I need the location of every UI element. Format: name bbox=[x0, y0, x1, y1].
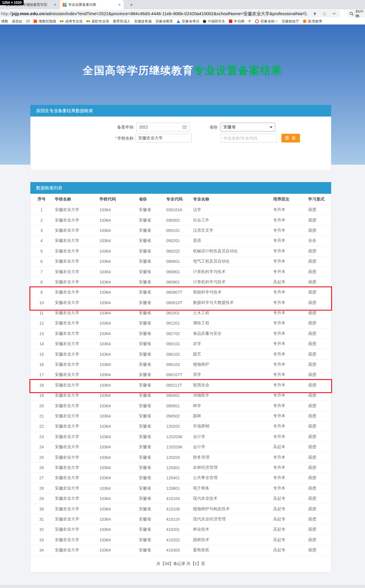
province-label: 省份: bbox=[160, 123, 219, 131]
bookmark-item[interactable]: 成考专业填 bbox=[60, 19, 83, 24]
table-cell: 电气工程及其自动化 bbox=[191, 256, 271, 266]
table-cell: 函授 bbox=[306, 225, 331, 235]
table-cell: 会计学 bbox=[191, 442, 271, 452]
column-header: 省份 bbox=[136, 194, 164, 205]
table-cell: 安徽农业大学 bbox=[52, 462, 97, 473]
table-cell: 专升本 bbox=[271, 432, 306, 442]
table-cell: 专升本 bbox=[271, 256, 306, 266]
table-row: 12安徽农业大学10364安徽省081201测绘工程专升本函授 bbox=[31, 318, 331, 328]
province-select[interactable]: 安徽省 bbox=[221, 123, 275, 131]
table-cell: 安徽省 bbox=[136, 380, 164, 390]
table-row: 17安徽农业大学10364安徽省090107T茶学专升本函授 bbox=[31, 370, 331, 380]
table-cell: 安徽农业大学 bbox=[52, 473, 97, 483]
bookmark-item[interactable]: 高职专业填 bbox=[86, 19, 109, 24]
table-cell: 农林经济管理 bbox=[191, 462, 271, 473]
table-cell: 081201 bbox=[164, 318, 191, 328]
bookmark-item[interactable]: 安徽省考试 bbox=[177, 19, 199, 24]
chevron-down-icon[interactable] bbox=[331, 11, 336, 16]
table-cell: 030101K bbox=[164, 205, 191, 215]
bookmark-item[interactable]: 国资处：20 bbox=[12, 19, 30, 24]
table-cell: 2 bbox=[31, 215, 52, 225]
table-cell: 090103 bbox=[164, 359, 191, 369]
table-cell: 函授 bbox=[306, 452, 331, 462]
table-cell: 土木工程 bbox=[191, 308, 271, 318]
bookmark-star-icon[interactable]: ☆ bbox=[322, 11, 327, 16]
table-cell: 安徽省 bbox=[136, 246, 164, 256]
table-cell: 安徽省 bbox=[136, 462, 164, 473]
table-cell: 动物医学 bbox=[191, 390, 271, 401]
school-name-input[interactable] bbox=[136, 134, 192, 142]
zoom-out-icon[interactable] bbox=[303, 11, 308, 16]
bookmark-item[interactable]: 安徽省统一 bbox=[255, 19, 278, 24]
table-cell: 安徽省 bbox=[136, 545, 164, 555]
table-cell: 082702 bbox=[164, 328, 191, 339]
bookmark-item[interactable]: 安徽政务服 bbox=[134, 19, 152, 24]
table-cell: 函授 bbox=[306, 246, 331, 256]
table-cell: 10364 bbox=[97, 256, 136, 266]
bookmark-item[interactable]: 安徽财政厅 bbox=[282, 19, 299, 24]
table-cell: 茶学 bbox=[191, 370, 271, 380]
table-cell: 10364 bbox=[97, 401, 136, 411]
table-cell: 19 bbox=[31, 390, 52, 401]
table-cell: 英语 bbox=[191, 236, 271, 246]
table-cell: 29 bbox=[31, 493, 52, 504]
bookmark-item[interactable]: 新浪微博 bbox=[303, 19, 322, 24]
search-button[interactable]: 搜 索 bbox=[281, 134, 300, 142]
table-cell: 函授 bbox=[306, 545, 331, 555]
table-cell: 专升本 bbox=[271, 225, 306, 235]
new-tab-button[interactable]: + bbox=[128, 1, 135, 9]
table-cell: 10364 bbox=[97, 277, 136, 287]
table-cell: 专升本 bbox=[271, 318, 306, 328]
table-row: 25安徽农业大学10364安徽省120204财务管理专升本函授 bbox=[31, 452, 331, 462]
table-cell: 410201 bbox=[164, 524, 191, 535]
close-icon[interactable]: × bbox=[54, 3, 56, 7]
quick-search-box[interactable]: 四川地 bbox=[347, 10, 365, 17]
column-header: 学校名称 bbox=[52, 194, 97, 205]
bookmark-item[interactable]: 继教院预报 bbox=[34, 19, 56, 24]
table-cell: 函授 bbox=[306, 267, 331, 277]
table-cell: 050101 bbox=[164, 225, 191, 235]
tab-major-filing-results[interactable]: 专业设置备案结果 × bbox=[60, 0, 124, 9]
table-cell: 安徽省 bbox=[136, 504, 164, 514]
table-cell: 函授 bbox=[306, 411, 331, 421]
table-row: 33安徽农业大学10364安徽省410202园林技术高起专函授 bbox=[31, 535, 331, 545]
table-cell: 050201 bbox=[164, 236, 191, 246]
major-name-input[interactable] bbox=[221, 134, 277, 142]
table-cell: 10364 bbox=[97, 328, 136, 339]
select-arrow-icon bbox=[270, 126, 273, 128]
table-cell: 10 bbox=[31, 297, 52, 308]
table-cell: 安徽农业大学 bbox=[52, 493, 97, 504]
table-cell: 函授 bbox=[306, 359, 331, 369]
table-cell: 10364 bbox=[97, 215, 136, 225]
table-row: 4安徽农业大学10364安徽省050201英语专升本业余 bbox=[31, 236, 331, 246]
table-cell: 专升本 bbox=[271, 339, 306, 349]
table-cell: 安徽省 bbox=[136, 349, 164, 359]
bookmark-item[interactable]: 安徽省教育 bbox=[155, 19, 173, 24]
page-content: 全国高等学历继续教育专业设置备案结果 拟招生专业备案结果数据检索 备案年份: 省… bbox=[0, 24, 365, 588]
addressbar-icons: ☆ bbox=[303, 11, 341, 16]
close-icon[interactable]: × bbox=[118, 3, 121, 7]
table-row: 9安徽农业大学10364安徽省080907T智能科学与技术专升本函授 bbox=[31, 287, 331, 297]
column-header: 学习形式 bbox=[306, 194, 331, 205]
table-cell: 4 bbox=[31, 236, 52, 246]
table-cell: 1 bbox=[31, 205, 52, 215]
bookmark-item[interactable]: 继教 bbox=[1, 19, 8, 24]
table-cell: 10364 bbox=[97, 452, 136, 462]
table-cell: 函授 bbox=[306, 504, 331, 514]
bookmark-item[interactable]: 学信网：中 bbox=[229, 19, 251, 24]
table-cell: 9 bbox=[31, 287, 52, 297]
table-cell: 专升本 bbox=[271, 380, 306, 390]
bookmark-item[interactable]: 中国研究生 bbox=[203, 19, 225, 24]
dark-round-icon bbox=[203, 20, 206, 23]
address-bar[interactable]: http://jxjy.moe.edu.cn/admission/index?e… bbox=[0, 10, 341, 17]
column-header: 序号 bbox=[31, 194, 52, 205]
bookmark-label: 新浪微博 bbox=[308, 19, 322, 24]
table-cell: 410106 bbox=[164, 504, 191, 514]
table-cell: 安徽省 bbox=[136, 473, 164, 483]
bookmark-item[interactable]: 教育部成人 bbox=[113, 19, 130, 24]
table-cell: 函授 bbox=[306, 256, 331, 266]
table-cell: 安徽农业大学 bbox=[52, 411, 97, 421]
table-cell: 会计学 bbox=[191, 432, 271, 442]
flash-icon[interactable] bbox=[312, 11, 317, 16]
table-row: 22安徽农业大学10364安徽省120202市场营销专升本函授 bbox=[31, 421, 331, 432]
